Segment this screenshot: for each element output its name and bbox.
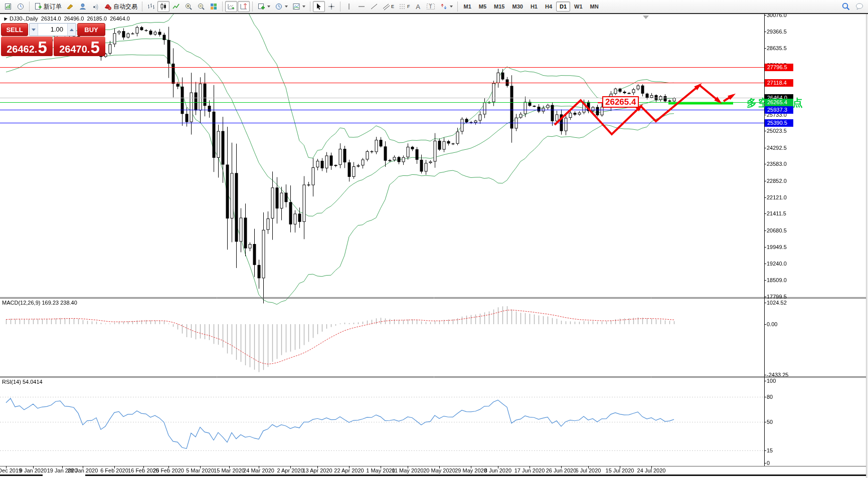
timeframe-M15[interactable]: M15 [490, 2, 508, 12]
price-tag: 25937.3 [765, 106, 793, 114]
timeframe-W1[interactable]: W1 [571, 2, 586, 12]
svg-text:T: T [429, 4, 432, 10]
profile-icon[interactable] [77, 1, 89, 12]
macd-axis-tick: -2433.25 [767, 372, 788, 378]
add-indicator-button[interactable] [255, 1, 272, 12]
line-chart-icon[interactable] [170, 1, 182, 12]
price-annotation-box[interactable]: 26265.4 [602, 96, 639, 108]
volume-stepper[interactable]: 1.00 [29, 23, 76, 36]
tile-windows-icon[interactable] [208, 1, 220, 12]
price-tag: 25390.5 [765, 119, 793, 127]
timeframe-D1[interactable]: D1 [556, 2, 570, 12]
auto-scroll-icon[interactable] [225, 1, 237, 12]
label-icon[interactable]: T [424, 1, 437, 12]
timeframe-M1[interactable]: M1 [460, 2, 475, 12]
add-indicator-icon [257, 3, 265, 11]
vertical-line-icon[interactable] [343, 1, 355, 12]
template-button[interactable] [290, 1, 307, 12]
price-axis-tick: 28635.5 [767, 45, 787, 51]
sell-price-box[interactable]: 26462.5 [1, 37, 53, 56]
macd-axis-tick: 0.00 [767, 321, 777, 327]
new-order-label: 新订单 [44, 3, 62, 11]
volume-down-button[interactable] [30, 24, 38, 36]
fibonacci-icon[interactable]: F [397, 1, 412, 12]
chat-icon[interactable] [853, 1, 866, 12]
timeframe-M30[interactable]: M30 [508, 2, 526, 12]
broadcast-icon[interactable] [89, 1, 101, 12]
volume-value[interactable]: 1.00 [38, 24, 67, 36]
buy-button-label: BUY [84, 26, 98, 34]
channel-icon[interactable]: E [381, 1, 396, 12]
timeframe-buttons: M1M5M15M30H1H4D1W1MN [460, 2, 602, 12]
candlestick-chart-icon[interactable] [157, 1, 169, 12]
period-button[interactable] [273, 1, 290, 12]
price-tag: 26265.4 [765, 99, 793, 106]
date-axis-label: 24 Jul 2020 [637, 467, 666, 473]
price-axis-tick: 22852.0 [767, 178, 787, 184]
timeframe-H4[interactable]: H4 [542, 2, 556, 12]
buy-price-int: 26470 [59, 44, 87, 55]
price-chart-canvas[interactable] [0, 14, 868, 478]
trendline-icon[interactable] [368, 1, 380, 12]
fibonacci-letter: F [407, 4, 410, 9]
cursor-icon[interactable] [313, 1, 325, 12]
rsi-axis-tick: 15 [767, 447, 773, 453]
chart-shift-icon[interactable] [238, 1, 250, 12]
new-chart-icon[interactable] [2, 1, 14, 12]
timeframe-H1[interactable]: H1 [527, 2, 541, 12]
buy-price-dot: . [87, 44, 90, 55]
toolbar-separator [222, 2, 223, 12]
price-axis-tick: 22121.0 [767, 194, 787, 200]
search-icon[interactable] [839, 1, 852, 12]
ohlc-open: 26314.0 [41, 16, 61, 22]
date-axis-label: 13 Apr 2020 [302, 467, 332, 473]
sell-button[interactable]: SELL [1, 23, 28, 36]
highlighter-icon[interactable] [64, 1, 76, 12]
rsi-axis-tick: 100 [767, 378, 776, 384]
timeframe-M5[interactable]: M5 [475, 2, 490, 12]
date-axis-label: 5 Mar 2020 [186, 467, 214, 473]
ohlc-high: 26496.0 [64, 16, 84, 22]
auto-trading-button[interactable]: 自动交易 [102, 1, 139, 12]
date-axis-label: 31 Dec 2019 [0, 467, 22, 473]
rsi-axis-tick: 50 [767, 419, 773, 425]
rsi-axis-tick: 80 [767, 394, 773, 400]
volume-up-button[interactable] [67, 24, 76, 36]
toolbar-separator [142, 2, 142, 12]
date-axis-label: 11 May 2020 [392, 467, 424, 473]
toolbar-separator [29, 2, 30, 12]
arrows-icon [440, 3, 448, 11]
date-axis-label: 29 May 2020 [455, 467, 487, 473]
crosshair-icon[interactable] [325, 1, 337, 12]
date-axis-label: 22 Apr 2020 [334, 467, 364, 473]
buy-button[interactable]: BUY [77, 23, 105, 36]
date-axis-label: 25 Feb 2020 [153, 467, 184, 473]
template-icon [292, 3, 300, 11]
triangle-up-icon [70, 29, 74, 31]
new-order-button[interactable]: 新订单 [32, 1, 64, 12]
timeframe-MN[interactable]: MN [587, 2, 602, 12]
text-icon[interactable]: A [413, 1, 424, 12]
price-tag: 27118.4 [765, 79, 793, 87]
zoom-in-icon[interactable] [183, 1, 195, 12]
date-axis-label: 9 Jan 2020 [20, 467, 47, 473]
price-axis-tick: 17799.5 [767, 294, 787, 300]
clock-icon [275, 3, 283, 11]
sell-price-dot: . [35, 44, 38, 55]
sell-button-label: SELL [6, 26, 23, 34]
price-axis-tick: 25023.5 [767, 128, 787, 134]
date-axis-label: 15 Mar 2020 [214, 467, 245, 473]
zoom-out-icon[interactable] [195, 1, 207, 12]
arrows-style-button[interactable] [438, 1, 455, 12]
price-axis-tick: 20680.5 [767, 227, 787, 233]
ohlc-low: 26185.0 [87, 16, 107, 22]
date-axis-label: 2 Apr 2020 [277, 467, 303, 473]
horizontal-line-icon[interactable] [356, 1, 368, 12]
market-watch-icon[interactable] [15, 1, 27, 12]
price-axis-tick: 29366.5 [767, 29, 787, 35]
rsi-axis-tick: 0 [767, 460, 770, 466]
price-axis-tick: 30076.0 [767, 14, 787, 18]
bar-chart-icon[interactable] [145, 1, 157, 12]
buy-price-box[interactable]: 26470.5 [54, 37, 105, 56]
macd-axis-tick: 1024.52 [767, 300, 787, 306]
